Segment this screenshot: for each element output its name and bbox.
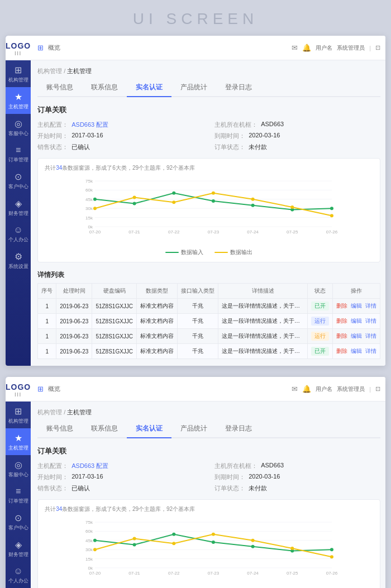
breadcrumb-jigou: 机构管理: [37, 409, 62, 415]
cell-code: 51Z8S1GXJJC: [92, 314, 137, 329]
info-row-4: 销售状态： 已确认: [37, 143, 203, 151]
svg-text:07-23: 07-23: [208, 230, 220, 235]
info-value-1: ASD663: [261, 462, 284, 470]
th-硬盘编码: 硬盘编码: [92, 284, 137, 299]
svg-text:07-25: 07-25: [287, 571, 298, 576]
action-详情[interactable]: 详情: [365, 317, 376, 325]
svg-text:07-26: 07-26: [326, 571, 338, 576]
sidebar-item-zhujiguanli[interactable]: ★ 主机管理: [6, 87, 31, 114]
tab-contact[interactable]: 联系信息: [82, 79, 127, 97]
cell-desc: 这是一段详情情况描述，关于这个后台的描述: [218, 329, 308, 344]
content-area: 机构管理 / 主机管理 账号信息联系信息实名认证产品统计登录日志订单关联 主机配…: [31, 401, 385, 588]
tab-logs[interactable]: 登录日志: [216, 79, 261, 97]
info-label-2: 开始时间：: [37, 132, 68, 140]
info-value-3: 2020-03-16: [249, 132, 280, 140]
th-详情描述: 详情描述: [218, 284, 308, 299]
sidebar-item-caiwu[interactable]: ◈ 财务管理: [6, 194, 31, 221]
action-删除[interactable]: 删除: [336, 302, 347, 310]
action-编辑[interactable]: 编辑: [351, 347, 362, 355]
cell-desc: 这是一段详情情况描述，关于这个后台的描述: [218, 344, 308, 359]
svg-text:45k: 45k: [85, 538, 93, 543]
svg-point-31: [290, 205, 294, 209]
sidebar-item-dingdan[interactable]: ≡ 订单管理: [6, 482, 31, 508]
breadcrumb-jigou: 机构管理: [37, 68, 62, 74]
dingdan-icon: ≡: [16, 145, 21, 155]
kehu-icon: ◎: [15, 460, 22, 470]
tab-products[interactable]: 产品统计: [171, 79, 216, 97]
sidebar-item-geren[interactable]: ☺ 个人办公: [6, 562, 31, 588]
sidebar-label: 主机管理: [8, 444, 28, 452]
info-label-2: 开始时间：: [37, 473, 68, 481]
action-编辑[interactable]: 编辑: [351, 317, 362, 325]
legend-input-dot: [165, 252, 179, 253]
sidebar-item-zhujiguanli[interactable]: ★ 主机管理: [6, 428, 31, 455]
cell-code: 51Z8S1GXJJC: [92, 299, 137, 314]
divider-icon: |: [369, 386, 371, 393]
section-title: 订单关联: [37, 446, 380, 456]
info-label-0: 主机配置：: [37, 121, 68, 129]
action-删除[interactable]: 删除: [336, 317, 347, 325]
info-value-5: 未付款: [249, 484, 267, 493]
cell-input-type: 千兆: [178, 299, 218, 314]
sidebar-item-caiwu[interactable]: ◈ 财务管理: [6, 535, 31, 562]
info-row-5: 订单状态： 未付款: [214, 143, 380, 151]
action-编辑[interactable]: 编辑: [351, 302, 362, 310]
action-详情[interactable]: 详情: [365, 302, 376, 310]
notify-icon[interactable]: 🔔: [302, 385, 311, 393]
legend-output-label: 数据输出: [230, 248, 252, 256]
tab-realname[interactable]: 实名认证: [127, 79, 171, 97]
mail-icon[interactable]: ✉: [292, 385, 298, 393]
svg-point-19: [93, 198, 97, 201]
sidebar-item-jiguan[interactable]: ⊞ 机构管理: [6, 401, 31, 428]
tab-contact[interactable]: 联系信息: [82, 420, 127, 438]
action-详情[interactable]: 详情: [365, 332, 376, 340]
cell-type: 标准文档内容: [137, 329, 178, 344]
action-编辑[interactable]: 编辑: [351, 332, 362, 340]
info-value-3: 2020-03-16: [249, 473, 280, 481]
th-操作: 操作: [333, 284, 380, 299]
sidebar-item-xitong[interactable]: ⚙ 系统设置: [6, 247, 31, 274]
main-content: ⊞ 概览 ✉ 🔔 用户名 系统管理员 | ⊡ 机构管理 / 主机管理 账号信息联…: [31, 377, 385, 588]
svg-text:60k: 60k: [85, 529, 93, 534]
sidebar-item-kehu[interactable]: ◎ 客服中心: [6, 455, 31, 482]
sidebar-item-kehu[interactable]: ◎ 客服中心: [6, 114, 31, 141]
svg-point-53: [133, 543, 136, 546]
tab-products[interactable]: 产品统计: [171, 420, 216, 438]
action-详情[interactable]: 详情: [365, 347, 376, 355]
expand-icon[interactable]: ⊡: [375, 44, 380, 51]
chart-legend: 数据输入 数据输出: [45, 248, 373, 256]
tab-logs[interactable]: 登录日志: [216, 420, 261, 438]
svg-text:07-20: 07-20: [89, 571, 101, 576]
topbar-home-icon: ⊞: [37, 44, 44, 52]
info-label-1: 主机所在机框：: [214, 121, 258, 129]
caiwu-icon: ◈: [15, 198, 22, 209]
sidebar-item-dingdan[interactable]: ≡ 订单管理: [6, 141, 31, 167]
info-row-2: 开始时间： 2017-03-16: [37, 473, 203, 481]
tab-realname[interactable]: 实名认证: [127, 420, 171, 438]
info-value-0[interactable]: ASD663 配置: [71, 121, 108, 129]
sidebar-item-kehuzhongxin[interactable]: ⊙ 客户中心: [6, 167, 31, 194]
topbar-breadcrumb: 概览: [48, 385, 60, 393]
info-value-5: 未付款: [249, 143, 267, 151]
action-links: 删除编辑详情: [336, 317, 376, 325]
tab-account[interactable]: 账号信息: [37, 79, 82, 97]
sidebar-item-geren[interactable]: ☺ 个人办公: [6, 221, 31, 247]
info-value-0[interactable]: ASD663 配置: [71, 462, 108, 470]
sidebar: LOGO ||| ⊞ 机构管理★ 主机管理◎ 客服中心≡ 订单管理⊙ 客户中心◈…: [6, 377, 31, 588]
svg-text:07-24: 07-24: [247, 571, 259, 576]
info-value-1: ASD663: [261, 121, 284, 129]
notify-icon[interactable]: 🔔: [302, 44, 311, 52]
sidebar-item-kehuzhongxin[interactable]: ⊙ 客户中心: [6, 508, 31, 535]
th-数据类型: 数据类型: [137, 284, 178, 299]
svg-text:45k: 45k: [85, 197, 93, 202]
system-label: 系统管理员: [337, 44, 365, 52]
mail-icon[interactable]: ✉: [292, 44, 298, 52]
sidebar-label: 客服中心: [8, 130, 28, 137]
info-value-4: 已确认: [71, 484, 90, 493]
action-删除[interactable]: 删除: [336, 347, 347, 355]
tab-account[interactable]: 账号信息: [37, 420, 82, 438]
th-处理时间: 处理时间: [56, 284, 92, 299]
expand-icon[interactable]: ⊡: [375, 385, 380, 393]
action-删除[interactable]: 删除: [336, 332, 347, 340]
sidebar-item-jiguan[interactable]: ⊞ 机构管理: [6, 60, 31, 87]
